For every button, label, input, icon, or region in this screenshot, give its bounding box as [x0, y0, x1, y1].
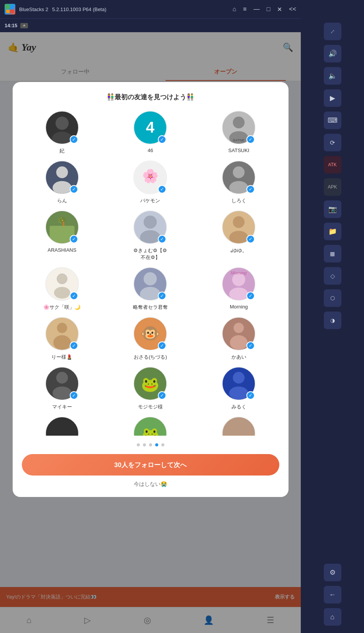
avatar-check-12: ✓ [70, 341, 78, 350]
sidebar-btn-volume-up[interactable]: 🔊 [324, 45, 341, 62]
user-item-5[interactable]: ✓ しろく [198, 161, 279, 204]
modal-title: 👫最初の友達を見つけよう👫 [22, 93, 279, 102]
sidebar-btn-circle[interactable]: ◑ [324, 312, 341, 329]
sidebar-btn-expand[interactable]: ⤢ [324, 23, 341, 40]
dot-3[interactable] [155, 443, 158, 446]
sidebar-btn-grid[interactable]: ▦ [324, 245, 341, 262]
user-item-9[interactable]: ✓ 🌸サク「咲」🌙 [22, 267, 103, 311]
back-window-btn[interactable]: << [289, 6, 296, 13]
avatar-check-9: ✓ [70, 292, 78, 300]
avatar-check-0: ✓ [70, 135, 78, 144]
svg-point-13 [56, 166, 68, 178]
svg-point-45 [234, 323, 244, 333]
svg-point-24 [144, 215, 157, 228]
svg-rect-1 [10, 5, 14, 9]
svg-text:🌴: 🌴 [56, 216, 67, 226]
avatar-check-5: ✓ [246, 185, 255, 194]
user-item-6[interactable]: 🌴 ✓ ARASHIANS [22, 210, 103, 261]
svg-point-18 [233, 166, 245, 178]
svg-point-48 [56, 372, 68, 384]
home-window-btn[interactable]: ⌂ [233, 6, 236, 13]
svg-point-14 [52, 181, 72, 194]
user-item-15[interactable]: ✓ マイキー [22, 367, 103, 410]
user-grid: ✓ 妃 4 ✓ 46 [22, 111, 279, 436]
avatar-19: 🐸 [133, 417, 167, 436]
user-item-18[interactable] [22, 417, 103, 436]
user-item-13[interactable]: 🐵 ✓ おさる(ちづる) [110, 317, 191, 361]
status-time: 14:15 [5, 23, 17, 28]
sidebar-btn-refresh[interactable]: ⟳ [324, 134, 341, 151]
avatar-check-17: ✓ [246, 391, 255, 400]
avatar-20 [222, 417, 256, 436]
sidebar-btn-back-main[interactable]: ← [324, 586, 341, 603]
user-name-3: らん [57, 197, 67, 204]
sidebar-btn-files[interactable]: 📁 [324, 223, 341, 240]
sidebar-btn-performance[interactable]: ATK [324, 156, 341, 174]
avatar-18 [45, 417, 79, 436]
svg-point-33 [144, 272, 157, 285]
avatar-wrapper-12: ✓ [45, 317, 79, 351]
dot-1[interactable] [143, 443, 146, 446]
user-item-3[interactable]: ✓ らん [22, 161, 103, 204]
sidebar-btn-play[interactable]: ▶ [324, 89, 341, 107]
dot-2[interactable] [149, 443, 152, 446]
user-item-4[interactable]: 🌸 ✓ バケモン [110, 161, 191, 204]
minimize-window-btn[interactable]: — [254, 6, 260, 13]
title-bar: BlueStacks 2 5.2.110.1003 P64 (Beta) ⌂ ≡… [0, 0, 301, 18]
user-item-17[interactable]: ✓ みるく [198, 367, 279, 410]
dot-4[interactable] [161, 443, 164, 446]
avatar-wrapper-4: 🌸 ✓ [133, 161, 167, 194]
user-name-13: おさる(ちづる) [134, 354, 167, 361]
skip-link[interactable]: 今はしない😭 [22, 481, 279, 488]
sidebar-btn-home-main[interactable]: ⌂ [324, 608, 341, 626]
app-name-text: BlueStacks 2 [19, 7, 48, 12]
avatar-wrapper-14: ✓ [222, 317, 256, 351]
sidebar-btn-diamond[interactable]: ◇ [324, 267, 341, 285]
user-name-5: しろく [231, 197, 246, 204]
user-name-7: ⚙きょむ⚙【⚙不在⚙】 [131, 247, 169, 261]
user-item-12[interactable]: ✓ りー様💄 [22, 317, 103, 361]
status-bar: 14:15 A [0, 18, 301, 32]
user-item-8[interactable]: ✓ ₄ゆゆ。 [198, 210, 279, 261]
avatar-wrapper-19: 🐸 [133, 417, 167, 436]
user-item-16[interactable]: 🐸 ✓ モジモジ様 [110, 367, 191, 410]
user-item-10[interactable]: ✓ 略奪者セラ君奪 [110, 267, 191, 311]
sidebar-btn-layers[interactable]: ⬡ [324, 289, 341, 307]
user-item-20[interactable] [198, 417, 279, 436]
avatar-wrapper-3: ✓ [45, 161, 79, 194]
maximize-window-btn[interactable]: □ [267, 6, 271, 13]
user-item-1[interactable]: 4 ✓ 46 [110, 111, 191, 154]
dot-0[interactable] [137, 443, 140, 446]
sidebar-btn-keyboard[interactable]: ⌨ [324, 112, 341, 129]
user-item-2[interactable]: SATNE ✓ SATSUKI [198, 111, 279, 154]
avatar-wrapper-6: 🌴 ✓ [45, 210, 79, 244]
svg-point-9 [233, 116, 245, 128]
user-name-8: ₄ゆゆ。 [230, 247, 247, 254]
avatar-wrapper-5: ✓ [222, 161, 256, 194]
follow-cta-button[interactable]: 30人をフォローして次へ [22, 454, 279, 476]
pagination-dots [22, 443, 279, 446]
user-item-0[interactable]: ✓ 妃 [22, 111, 103, 154]
svg-point-53 [233, 372, 245, 384]
user-name-9: 🌸サク「咲」🌙 [43, 304, 80, 311]
avatar-check-16: ✓ [158, 391, 166, 400]
user-item-7[interactable]: ✓ ⚙きょむ⚙【⚙不在⚙】 [110, 210, 191, 261]
svg-point-46 [230, 335, 248, 350]
user-item-11[interactable]: Morning ✓ Morning [198, 267, 279, 311]
svg-point-49 [52, 387, 72, 400]
avatar-check-2: ✓ [246, 135, 255, 144]
avatar-check-6: ✓ [70, 235, 78, 243]
sidebar-btn-settings[interactable]: ⚙ [324, 564, 341, 581]
sidebar-btn-screenshot[interactable]: 📷 [324, 200, 341, 218]
avatar-wrapper-15: ✓ [45, 367, 79, 400]
svg-point-40 [57, 323, 67, 333]
user-item-19[interactable]: 🐸 [110, 417, 191, 436]
user-name-12: りー様💄 [51, 354, 72, 361]
user-item-14[interactable]: ✓ かあい [198, 317, 279, 361]
sidebar-btn-apk[interactable]: APK [324, 178, 341, 196]
svg-point-31 [54, 287, 70, 299]
close-window-btn[interactable]: ✕ [277, 6, 282, 13]
menu-window-btn[interactable]: ≡ [243, 6, 246, 13]
sidebar-btn-volume-down[interactable]: 🔈 [324, 67, 341, 85]
avatar-wrapper-1: 4 ✓ [133, 111, 167, 144]
